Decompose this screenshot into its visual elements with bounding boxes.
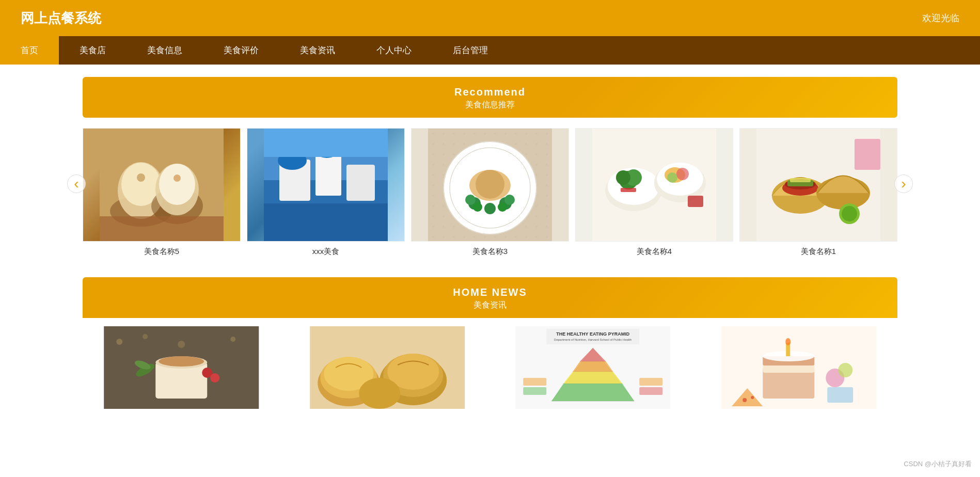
news-zh-title: 美食资讯 — [83, 300, 897, 311]
svg-rect-45 — [688, 196, 703, 207]
svg-rect-18 — [264, 203, 388, 242]
news-en-title: HOME NEWS — [83, 287, 897, 298]
food-image-svg-2 — [247, 129, 404, 242]
svg-point-61 — [230, 337, 235, 342]
svg-point-31 — [498, 202, 507, 212]
svg-point-104 — [742, 398, 747, 402]
food-image-4 — [575, 128, 733, 242]
food-card-3[interactable]: 美食名称3 — [411, 128, 569, 257]
news-card-4[interactable] — [700, 326, 898, 409]
carousel-left-arrow[interactable]: ‹ — [67, 174, 86, 193]
welcome-text: 欢迎光临 — [922, 12, 959, 24]
carousel-right-arrow[interactable]: › — [894, 174, 913, 193]
news-image-2 — [289, 326, 486, 409]
nav-item-food-news[interactable]: 美食资讯 — [279, 36, 356, 65]
food-image-svg-1 — [83, 129, 240, 242]
svg-rect-53 — [855, 139, 880, 170]
news-image-svg-2 — [289, 326, 486, 409]
food-name-5: 美食名称1 — [801, 247, 836, 257]
svg-rect-89 — [523, 378, 546, 386]
svg-point-44 — [667, 172, 677, 183]
news-section: HOME NEWS 美食资讯 — [0, 262, 980, 414]
svg-rect-17 — [264, 129, 388, 157]
news-image-svg-1 — [83, 326, 280, 409]
recommend-zh-title: 美食信息推荐 — [83, 100, 897, 110]
svg-rect-39 — [621, 188, 636, 192]
svg-rect-51 — [790, 178, 811, 182]
nav-item-admin[interactable]: 后台管理 — [432, 36, 509, 65]
food-name-4: 美食名称4 — [637, 247, 672, 257]
food-card-5[interactable]: 美食名称1 — [739, 128, 897, 257]
svg-text:Department of Nutrition, Harva: Department of Nutrition, Harvard School … — [554, 338, 631, 341]
svg-point-43 — [676, 168, 689, 180]
nav-item-food-info[interactable]: 美食信息 — [127, 36, 203, 65]
svg-point-101 — [838, 363, 852, 377]
food-image-2 — [247, 128, 405, 242]
food-image-3 — [411, 128, 569, 242]
svg-point-76 — [359, 378, 400, 409]
svg-rect-91 — [639, 378, 662, 386]
news-card-2[interactable] — [289, 326, 486, 409]
nav-item-home[interactable]: 首页 — [0, 36, 59, 65]
food-name-1: 美食名称5 — [144, 247, 179, 257]
food-carousel-section: ‹ — [0, 118, 980, 262]
svg-point-60 — [178, 341, 185, 348]
food-card-1[interactable]: 美食名称5 — [83, 128, 241, 257]
svg-marker-88 — [551, 384, 634, 401]
food-name-3: 美食名称3 — [472, 247, 508, 257]
svg-point-7 — [159, 164, 195, 205]
svg-point-25 — [476, 170, 504, 199]
svg-point-30 — [504, 195, 515, 205]
svg-point-66 — [210, 373, 219, 383]
news-banner: HOME NEWS 美食资讯 — [83, 277, 897, 318]
svg-point-4 — [137, 173, 145, 182]
news-image-4 — [700, 326, 898, 409]
food-image-svg-3 — [412, 129, 568, 242]
food-image-5 — [739, 128, 897, 242]
main-nav: 首页 美食店 美食信息 美食评价 美食资讯 个人中心 后台管理 — [0, 36, 980, 65]
header: 网上点餐系统 欢迎光临 — [0, 0, 980, 36]
svg-point-8 — [173, 174, 181, 182]
svg-point-55 — [842, 206, 857, 221]
recommend-banner: Recommend 美食信息推荐 — [83, 77, 897, 118]
food-card-4[interactable]: 美食名称4 — [575, 128, 733, 257]
food-image-svg-4 — [576, 129, 733, 242]
svg-rect-102 — [827, 387, 853, 403]
site-title: 网上点餐系统 — [21, 9, 101, 27]
news-image-svg-4 — [700, 326, 898, 409]
food-image-1 — [83, 128, 241, 242]
nav-item-personal[interactable]: 个人中心 — [356, 36, 432, 65]
news-image-1 — [83, 326, 280, 409]
svg-point-38 — [616, 170, 630, 185]
svg-point-64 — [159, 356, 204, 367]
food-card-2[interactable]: xxx美食 — [247, 128, 405, 257]
svg-point-58 — [116, 339, 122, 345]
news-card-1[interactable] — [83, 326, 280, 409]
news-grid: THE HEALTHY EATING PYRAMID Department of… — [83, 326, 897, 409]
svg-point-32 — [484, 203, 496, 214]
food-grid: 美食名称5 — [83, 128, 897, 257]
svg-rect-14 — [346, 165, 375, 201]
svg-point-99 — [785, 338, 791, 345]
news-image-svg-3: THE HEALTHY EATING PYRAMID Department of… — [494, 326, 692, 409]
svg-rect-92 — [639, 387, 662, 395]
news-image-3: THE HEALTHY EATING PYRAMID Department of… — [494, 326, 692, 409]
recommend-en-title: Recommend — [83, 86, 897, 98]
food-image-svg-5 — [740, 129, 897, 242]
svg-rect-9 — [100, 216, 224, 242]
svg-rect-90 — [523, 387, 546, 395]
svg-point-28 — [473, 202, 482, 212]
news-card-3[interactable]: THE HEALTHY EATING PYRAMID Department of… — [494, 326, 692, 409]
svg-point-27 — [465, 195, 476, 205]
svg-point-105 — [751, 396, 754, 399]
nav-item-food-shop[interactable]: 美食店 — [59, 36, 127, 65]
svg-point-59 — [143, 334, 148, 339]
food-name-2: xxx美食 — [312, 247, 340, 257]
svg-text:THE HEALTHY EATING PYRAMID: THE HEALTHY EATING PYRAMID — [556, 331, 630, 337]
nav-item-food-review[interactable]: 美食评价 — [203, 36, 279, 65]
svg-marker-87 — [563, 372, 622, 384]
